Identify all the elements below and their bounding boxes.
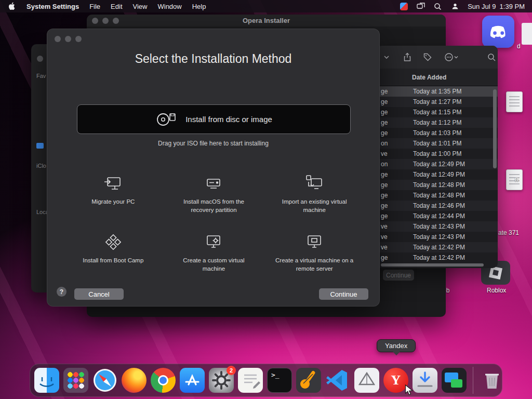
table-row[interactable]: veToday at 1:00 PM [377,149,498,159]
table-row[interactable]: onToday at 1:01 PM [377,138,498,149]
continue-button[interactable]: Continue [319,288,368,300]
zoom-icon[interactable] [75,36,82,42]
installation-method-dialog: Select the Installation Method Install f… [47,29,380,307]
edge-document-icon[interactable] [522,23,532,45]
safari-dock-icon[interactable] [92,368,117,393]
document-desktop-icon[interactable] [506,169,523,190]
table-row[interactable]: geToday at 1:12 PM [377,117,498,128]
trash-dock-icon[interactable] [480,368,504,393]
mouse-cursor [405,384,414,396]
close-icon[interactable] [55,36,61,42]
option-import-vm[interactable]: Import an existing virtual machine [264,172,365,214]
vscode-dock-icon[interactable] [325,368,350,393]
dock-separator [473,367,473,394]
finder-dock-icon[interactable] [34,368,59,393]
dialog-title: Select the Installation Method [47,52,379,66]
terminal-prompt-icon: >_ [271,371,280,379]
table-row[interactable]: geToday at 1:27 PM [377,97,498,107]
finder-toolbar [377,46,498,69]
option-remote-server[interactable]: Create a virtual machine on a remote ser… [264,231,365,273]
table-row[interactable]: geToday at 12:44 PM [377,211,498,221]
help-button[interactable]: ? [57,287,66,297]
table-row[interactable]: geToday at 12:42 PM [377,252,498,263]
table-row[interactable]: geToday at 12:48 PM [377,180,498,190]
table-row[interactable]: veToday at 12:42 PM [377,242,498,252]
option-boot-camp[interactable]: Install from Boot Camp [63,231,164,273]
menu-window[interactable]: Window [157,3,181,10]
discord-desktop-icon[interactable] [482,16,514,48]
table-row[interactable]: veToday at 12:43 PM [377,232,498,242]
chrome-dock-icon[interactable] [151,368,176,393]
table-row[interactable]: onToday at 12:49 PM [377,159,498,169]
search-icon[interactable] [487,52,496,62]
horizontal-scrollbar[interactable] [381,263,484,267]
menu-bar-clock[interactable]: Sun Jul 9 1:39 PM [468,3,525,10]
firefox-dock-icon[interactable] [122,368,147,393]
option-migrate-pc[interactable]: Migrate your PC [63,172,164,214]
table-row[interactable]: veToday at 12:43 PM [377,221,498,232]
app-store-dock-icon[interactable] [180,368,205,393]
table-row[interactable]: geToday at 1:03 PM [377,128,498,138]
desktop-label-partial: d [517,43,521,50]
dock-tooltip: Yandex [377,339,416,352]
desktop-label-update: ate 371 [498,229,519,236]
installer-dock-icon[interactable] [413,368,437,393]
column-header-date-added[interactable]: Date Added [377,69,498,86]
system-settings-dock-icon[interactable]: 2 [209,368,234,393]
window-title: Opera Installer [87,17,446,24]
dropzone-hint: Drag your ISO file here to start install… [47,140,379,147]
table-row[interactable]: geToday at 12:46 PM [377,201,498,211]
launchpad-dock-icon[interactable] [63,368,88,393]
installation-options-grid: Migrate your PC Install macOS from the r… [63,172,365,273]
recovery-partition-icon [204,172,223,193]
desktop-label-partial: n [515,176,518,183]
remote-desktop-dock-icon[interactable] [442,368,467,393]
displays-icon[interactable] [416,2,425,11]
share-icon[interactable] [403,52,412,62]
table-row[interactable]: geToday at 12:48 PM [377,190,498,201]
traffic-lights[interactable] [55,36,82,42]
opera-titlebar[interactable]: Opera Installer [87,15,446,26]
bootcamp-icon [104,231,123,251]
table-row[interactable]: geToday at 12:49 PM [377,169,498,180]
user-account-icon[interactable] [450,2,459,11]
sidebar-item-locations[interactable]: Loca [36,209,47,215]
sidebar-item-icloud[interactable]: iClo [36,163,46,169]
table-row[interactable]: geToday at 1:15 PM [377,107,498,117]
finder-window: Date Added geToday at 1:35 PM geToday at… [377,46,498,268]
migrate-pc-icon [104,172,123,193]
option-custom-vm[interactable]: Create a custom virtual machine [164,231,264,273]
menu-edit[interactable]: Edit [111,3,122,10]
spotlight-icon[interactable] [433,2,442,11]
apple-menu-icon[interactable] [7,2,16,11]
option-recovery-partition[interactable]: Install macOS from the recovery partitio… [164,172,264,214]
vmware-fusion-dock-icon[interactable] [354,368,379,393]
table-row[interactable]: geToday at 1:35 PM [377,86,498,97]
disc-image-dropzone[interactable]: Install from disc or image [77,104,351,134]
chrome-blue-center [159,377,167,384]
chevron-down-icon[interactable] [382,52,391,62]
vertical-scrollbar[interactable] [493,89,497,168]
document-desktop-icon[interactable] [506,91,523,112]
status-app-icon[interactable] [400,3,408,10]
terminal-dock-icon[interactable]: >_ [267,368,292,393]
menu-help[interactable]: Help [192,3,206,10]
discord-logo-icon [482,16,514,48]
notification-badge: 2 [227,366,236,375]
tag-icon[interactable] [423,52,432,62]
opera-continue-button[interactable]: Continue [383,270,414,281]
background-window-sidebar: Fav iClo Loca [31,44,47,292]
menu-view[interactable]: View [133,3,148,10]
dropzone-label: Install from disc or image [185,115,272,124]
sidebar-item-favorites[interactable]: Fav [36,73,46,79]
import-vm-icon [305,172,324,193]
cancel-button[interactable]: Cancel [74,288,124,300]
active-app-name[interactable]: System Settings [26,3,79,10]
remote-server-icon [305,231,324,251]
notes-dock-icon[interactable] [238,368,263,393]
more-options-icon[interactable] [444,52,459,62]
garageband-dock-icon[interactable] [296,368,321,393]
menu-file[interactable]: File [89,3,100,10]
traffic-light-icon[interactable] [37,56,43,62]
minimize-icon[interactable] [65,36,71,42]
